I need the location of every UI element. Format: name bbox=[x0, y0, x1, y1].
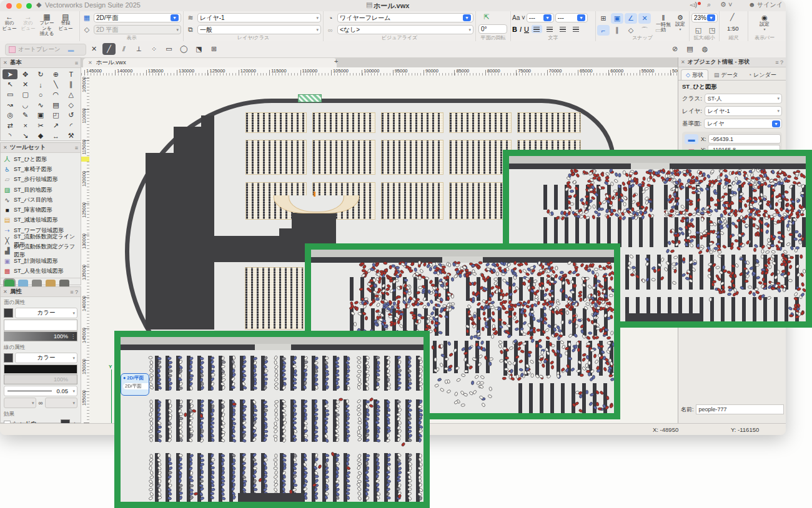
layer-dropdown[interactable]: レイヤ-1▾ bbox=[197, 13, 321, 22]
lasso-mode-icon[interactable]: ◯ bbox=[177, 43, 191, 55]
pan-tool[interactable]: ✥ bbox=[17, 69, 32, 79]
perspective-dropdown[interactable]: <なし>▾ bbox=[337, 25, 473, 34]
pause-snapping-button[interactable]: ‖ 一時無効 bbox=[655, 14, 671, 32]
align-justify-icon[interactable] bbox=[571, 25, 582, 33]
close-panel-icon[interactable]: ✕ bbox=[681, 59, 685, 65]
viewbar-settings-button[interactable]: ◉ 設定 ▾ bbox=[757, 14, 772, 31]
tool-st-path-destination[interactable]: ∿ST_パス目的地 bbox=[1, 195, 81, 205]
plane-rotation-field[interactable]: 0° bbox=[478, 24, 507, 34]
perspective-glasses-icon[interactable]: ∞ bbox=[325, 26, 336, 34]
tool-st-flow-graph[interactable]: ▟ST_流動係数測定グラフ図形 bbox=[1, 246, 81, 256]
unconstrained-mode-icon[interactable]: ✕ bbox=[87, 43, 101, 55]
zoom-window-icon[interactable] bbox=[26, 3, 32, 9]
panel-menu-icon[interactable]: ≡ ? bbox=[775, 59, 783, 66]
close-window-icon[interactable] bbox=[6, 3, 12, 9]
line-weight-dropdown[interactable]: 0.05▾ bbox=[4, 386, 77, 396]
layers-icon[interactable]: ≋ bbox=[185, 14, 196, 22]
double-line-mode-icon[interactable]: ⫽ bbox=[117, 43, 131, 55]
settings-menu-icon[interactable]: ⚙ ˅ bbox=[720, 1, 732, 9]
tool-st-spawn-area[interactable]: ▩ST_人発生領域図形 bbox=[1, 266, 81, 276]
offset-tool[interactable]: × bbox=[17, 120, 32, 130]
font-style-dropdown-2[interactable]: ---▼ bbox=[555, 13, 588, 22]
minimize-window-icon[interactable] bbox=[16, 3, 22, 9]
plane-field[interactable]: レイヤ ▼ bbox=[704, 119, 782, 129]
text-tool[interactable]: T bbox=[64, 69, 79, 79]
line-style-swatch[interactable] bbox=[4, 353, 13, 363]
saved-view-button[interactable]: ▤登録 ビュー bbox=[56, 13, 75, 31]
tool-st-destination[interactable]: ▨ST_目的地図形 bbox=[1, 185, 81, 195]
font-aa-menu[interactable]: Aa ˅ bbox=[512, 14, 525, 21]
tab-shape[interactable]: ◇形状 bbox=[681, 69, 708, 80]
view-mode-dropdown[interactable]: 2D/平面▼ bbox=[94, 13, 181, 22]
angle-snap-icon[interactable]: ∠ bbox=[625, 13, 637, 24]
chevron-down-icon[interactable]: ▼ bbox=[543, 14, 552, 21]
object-name-field[interactable]: people-777 bbox=[696, 404, 784, 414]
polygon-lasso-mode-icon[interactable]: ⬔ bbox=[192, 43, 205, 55]
tool-st-person[interactable]: 人ST_ひと図形 bbox=[1, 154, 81, 164]
arc-tool[interactable]: ◡ bbox=[17, 100, 32, 110]
split-tool[interactable]: ↗ bbox=[48, 120, 63, 130]
tool-st-obstacle[interactable]: ■ST_障害物図形 bbox=[1, 205, 81, 215]
ellipse-tool[interactable]: ◠ bbox=[48, 90, 63, 100]
fill-color-well[interactable] bbox=[4, 320, 77, 331]
italic-button[interactable]: I bbox=[520, 26, 522, 33]
double-line-tool[interactable]: ∥ bbox=[64, 79, 79, 89]
bold-button[interactable]: B bbox=[512, 26, 517, 33]
class-dropdown[interactable]: 一般▾ bbox=[197, 25, 321, 34]
eyedropper-tool[interactable]: ✎ bbox=[17, 110, 32, 120]
fill-style-swatch[interactable] bbox=[4, 308, 13, 318]
snap-settings-button[interactable]: ⚙ 設定 ▾ bbox=[673, 14, 687, 31]
align-plane-button[interactable]: ▦プレーンを 揃える bbox=[37, 13, 56, 37]
object-snap-icon[interactable]: ▣ bbox=[611, 13, 623, 24]
clip-tool[interactable]: ▣ bbox=[33, 110, 48, 120]
fill-opacity-slider[interactable]: 100%⋮ bbox=[4, 331, 77, 341]
projection-dropdown[interactable]: 2D 平面▾ bbox=[94, 25, 181, 34]
fillet-tool[interactable]: ◜ bbox=[64, 120, 79, 130]
tab-render[interactable]: ◔レンダー bbox=[744, 70, 781, 80]
pen-disable-icon[interactable]: ⊘ bbox=[668, 43, 681, 55]
align-right-icon[interactable] bbox=[558, 25, 568, 33]
close-tab-icon[interactable]: ✕ bbox=[88, 60, 92, 66]
delete-tool[interactable]: ✕ bbox=[17, 79, 32, 89]
chevron-down-icon[interactable]: ▼ bbox=[707, 14, 715, 21]
previous-view-button[interactable]: ←前の ビュー bbox=[0, 13, 19, 31]
marquee-mode-icon[interactable]: ▭ bbox=[162, 43, 176, 55]
grid-snap-icon[interactable]: ⊞ bbox=[597, 13, 610, 24]
projection-cube-icon[interactable]: ◇ bbox=[81, 26, 92, 34]
palette-menu-icon[interactable]: ≡ ? bbox=[70, 289, 78, 295]
palette-menu-icon[interactable]: ≡ bbox=[75, 145, 78, 151]
extend-tool[interactable]: ↘ bbox=[17, 130, 32, 140]
close-palette-icon[interactable]: ✕ bbox=[3, 145, 7, 150]
class-icon[interactable]: ⧉ bbox=[185, 26, 196, 34]
autoplane-toggle[interactable]: オートプレーン ▬ bbox=[5, 44, 86, 56]
scale-value[interactable]: 1:50 bbox=[727, 25, 739, 32]
chevron-down-icon[interactable]: ▼ bbox=[772, 120, 780, 127]
notification-icon[interactable]: ◅) bbox=[690, 1, 697, 9]
chevron-down-icon[interactable]: ▼ bbox=[171, 14, 179, 21]
line-style-dropdown-end[interactable]: ▾ bbox=[45, 398, 77, 408]
chamfer-tool[interactable]: ◝ bbox=[2, 130, 17, 140]
document-tab[interactable]: ✕ ホール.vwx bbox=[83, 58, 337, 67]
flyover-tool[interactable]: ↻ bbox=[33, 69, 48, 79]
class-field[interactable]: ST-人▾ bbox=[705, 94, 782, 104]
zoom-tool[interactable]: ⊕ bbox=[48, 69, 63, 79]
symbol-insert-tool[interactable]: ↓ bbox=[33, 79, 48, 89]
dimension-tool[interactable]: ↔ bbox=[48, 130, 63, 140]
line-mode-icon[interactable]: ╱ bbox=[102, 43, 116, 55]
smart-point-snap-icon[interactable]: ✕ bbox=[638, 13, 651, 24]
x-coordinate-field[interactable]: -95439.1 bbox=[708, 134, 781, 144]
render-teapot-icon[interactable]: ◔ bbox=[325, 14, 336, 22]
tool-st-wheelchair[interactable]: ♿ST_車椅子図形 bbox=[1, 164, 81, 174]
class-stack-menu-icon[interactable]: ▤ bbox=[683, 43, 696, 55]
underline-button[interactable]: U bbox=[524, 26, 529, 33]
freehand-tool[interactable]: ↝ bbox=[2, 100, 17, 110]
triangle-tool[interactable]: △ bbox=[64, 90, 79, 100]
zoom-level-dropdown[interactable]: 23%▼ bbox=[691, 13, 718, 22]
tool-st-decel-area[interactable]: ▤ST_減速領域図形 bbox=[1, 215, 81, 225]
palette-menu-icon[interactable]: ≡ bbox=[75, 60, 78, 66]
attribute-mapping-tool[interactable]: ⚒ bbox=[64, 130, 79, 140]
close-palette-icon[interactable]: ✕ bbox=[3, 289, 7, 295]
deform-tool[interactable]: ◰ bbox=[48, 110, 63, 120]
plane-mode-icon[interactable]: ▦ bbox=[81, 14, 92, 22]
next-view-button[interactable]: →次の ビュー bbox=[19, 13, 37, 31]
